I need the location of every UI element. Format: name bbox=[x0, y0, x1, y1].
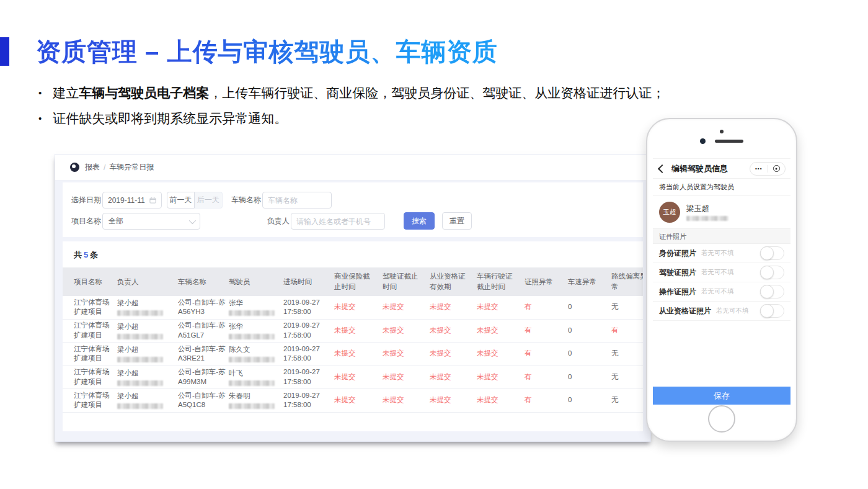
cell-driver: 朱春明 bbox=[229, 392, 283, 409]
column-header: 车辆名称 bbox=[178, 277, 229, 287]
date-label: 选择日期 bbox=[71, 192, 101, 209]
cell-project: 江宁体育场扩建项目 bbox=[74, 321, 117, 340]
cell-driver: 张华 bbox=[229, 322, 283, 339]
vehicle-name-label: 车辆名称 bbox=[231, 192, 261, 209]
column-header: 进场时间 bbox=[283, 277, 334, 287]
cell-qualification-validity: 未提交 bbox=[430, 326, 477, 336]
cell-entry-time: 2019-09-27 17:58:00 bbox=[283, 298, 334, 317]
bullet-dot-icon: • bbox=[38, 87, 42, 99]
redacted-phone bbox=[229, 357, 275, 362]
title-accent-bar bbox=[0, 37, 9, 66]
cell-vehicle: 公司-自卸车-苏 A3RE21 bbox=[178, 344, 229, 364]
toggle-knob bbox=[760, 246, 774, 260]
cell-route-abnormal: 无 bbox=[611, 302, 643, 312]
next-day-button[interactable]: 后一天 bbox=[195, 192, 223, 209]
toggle-switch[interactable] bbox=[760, 304, 784, 318]
cell-speed-abnormal: 0 bbox=[568, 372, 611, 382]
redacted-phone bbox=[229, 380, 275, 386]
cert-field-row: 身份证照片 若无可不填 bbox=[653, 244, 790, 263]
section-header: 证件照片 bbox=[653, 228, 790, 244]
prev-day-button[interactable]: 前一天 bbox=[167, 192, 195, 209]
cell-insurance-deadline: 未提交 bbox=[334, 372, 383, 382]
cert-field-hint: 若无可不填 bbox=[716, 307, 749, 315]
search-button[interactable]: 搜索 bbox=[404, 212, 435, 230]
breadcrumb-section[interactable]: 报表 bbox=[85, 162, 100, 173]
cell-qualification-validity: 未提交 bbox=[430, 349, 477, 359]
toggle-switch[interactable] bbox=[760, 285, 784, 298]
driver-name: 梁玉超 bbox=[686, 204, 728, 214]
cell-insurance-deadline: 未提交 bbox=[334, 395, 383, 405]
column-header: 项目名称 bbox=[74, 277, 117, 287]
cell-owner: 梁小超 bbox=[117, 345, 178, 362]
project-select[interactable]: 全部 bbox=[102, 213, 200, 230]
driver-identity: 梁玉超 bbox=[686, 204, 728, 221]
cell-route-abnormal: 无 bbox=[611, 372, 643, 382]
toggle-switch[interactable] bbox=[760, 266, 784, 279]
redacted-phone bbox=[117, 403, 163, 409]
owner-input[interactable] bbox=[291, 213, 385, 230]
cert-field-label: 从业资格证照片 bbox=[659, 306, 711, 316]
bullet-item: • 建立车辆与驾驶员电子档案，上传车辆行驶证、商业保险，驾驶员身份证、驾驶证、从… bbox=[38, 84, 665, 101]
cell-cert-abnormal: 有 bbox=[525, 326, 568, 336]
column-header: 驾驶证截止时间 bbox=[383, 271, 430, 292]
redacted-phone bbox=[117, 334, 163, 339]
cell-speed-abnormal: 0 bbox=[568, 302, 611, 312]
more-button[interactable]: ••• bbox=[750, 163, 768, 175]
cell-project: 江宁体育场扩建项目 bbox=[74, 344, 117, 364]
cell-route-abnormal: 无 bbox=[611, 349, 643, 359]
cert-field-hint: 若无可不填 bbox=[701, 249, 734, 258]
driver-profile-row: 玉超 梁玉超 bbox=[653, 196, 790, 228]
cert-field-row: 驾驶证照片 若无可不填 bbox=[653, 263, 790, 282]
report-table-panel: 共5条 项目名称 负责人 车辆名称 驾驶员 进场时间 商业保险截止时间 驾驶证截… bbox=[63, 241, 643, 431]
phone-nav-bar: 编辑驾驶员信息 ••• bbox=[653, 159, 790, 179]
table-row: 江宁体育场扩建项目 梁小超 公司-自卸车-苏 A56YH3 张华 2019 bbox=[63, 296, 643, 320]
cell-qualification-validity: 未提交 bbox=[430, 395, 477, 405]
cell-insurance-deadline: 未提交 bbox=[334, 302, 383, 312]
table-row: 江宁体育场扩建项目 梁小超 公司-自卸车-苏 A51GL7 张华 2019 bbox=[63, 320, 643, 343]
breadcrumb-divider: / bbox=[104, 163, 105, 172]
redacted-phone bbox=[117, 380, 163, 386]
save-button[interactable]: 保存 bbox=[653, 387, 790, 405]
column-header: 负责人 bbox=[117, 277, 178, 287]
avatar: 玉超 bbox=[659, 202, 680, 223]
back-icon[interactable] bbox=[658, 164, 666, 173]
bullet-list: • 建立车辆与驾驶员电子档案，上传车辆行驶证、商业保险，驾驶员身份证、驾驶证、从… bbox=[38, 84, 665, 127]
cell-license-deadline: 未提交 bbox=[383, 395, 430, 405]
project-label: 项目名称 bbox=[71, 213, 101, 230]
more-dots-icon: ••• bbox=[755, 166, 762, 171]
toggle-switch[interactable] bbox=[760, 246, 784, 260]
reset-button[interactable]: 重置 bbox=[442, 212, 472, 230]
column-header: 车辆行驶证截止时间 bbox=[477, 271, 525, 292]
close-minimize-button[interactable] bbox=[768, 163, 786, 175]
cell-route-abnormal: 无 bbox=[611, 395, 643, 405]
toggle-knob bbox=[760, 304, 774, 318]
cell-license-deadline: 未提交 bbox=[383, 349, 430, 359]
cell-owner: 梁小超 bbox=[117, 322, 178, 339]
home-button[interactable] bbox=[708, 405, 735, 433]
cell-cert-abnormal: 有 bbox=[525, 372, 568, 382]
cell-vehicle: 公司-自卸车-苏 A51GL7 bbox=[178, 321, 229, 340]
table-body: 江宁体育场扩建项目 梁小超 公司-自卸车-苏 A56YH3 张华 2019 bbox=[63, 296, 643, 413]
cell-cert-abnormal: 有 bbox=[525, 395, 568, 405]
app-logo-icon bbox=[70, 163, 79, 172]
table-row: 江宁体育场扩建项目 梁小超 公司-自卸车-苏 A5Q1C8 朱春明 201 bbox=[63, 389, 643, 413]
cell-license-deadline: 未提交 bbox=[383, 326, 430, 336]
miniprogram-capsule: ••• bbox=[750, 162, 786, 176]
cert-field-row: 从业资格证照片 若无可不填 bbox=[653, 302, 790, 321]
cell-speed-abnormal: 0 bbox=[568, 395, 611, 405]
calendar-icon bbox=[149, 197, 156, 204]
column-header: 证照异常 bbox=[525, 277, 568, 287]
chevron-down-icon bbox=[189, 217, 196, 223]
cell-project: 江宁体育场扩建项目 bbox=[74, 391, 117, 410]
desktop-screenshot: 报表 / 车辆异常日报 选择日期 2019-11-11 前一天 后一天 车辆名称… bbox=[55, 154, 651, 442]
cert-field-label: 驾驶证照片 bbox=[659, 267, 696, 278]
vehicle-name-input[interactable] bbox=[262, 192, 332, 209]
cert-field-hint: 若无可不填 bbox=[701, 268, 734, 277]
cell-owner: 梁小超 bbox=[117, 369, 178, 386]
owner-label: 负责人 bbox=[267, 213, 290, 230]
cell-license-deadline: 未提交 bbox=[383, 372, 430, 382]
redacted-phone bbox=[229, 310, 275, 316]
date-picker[interactable]: 2019-11-11 bbox=[102, 192, 162, 209]
phone-screen: 编辑驾驶员信息 ••• 将当前人员设置为驾驶员 玉超 梁玉超 证件照片 身份证照… bbox=[653, 158, 790, 405]
cell-qualification-validity: 未提交 bbox=[430, 302, 477, 312]
